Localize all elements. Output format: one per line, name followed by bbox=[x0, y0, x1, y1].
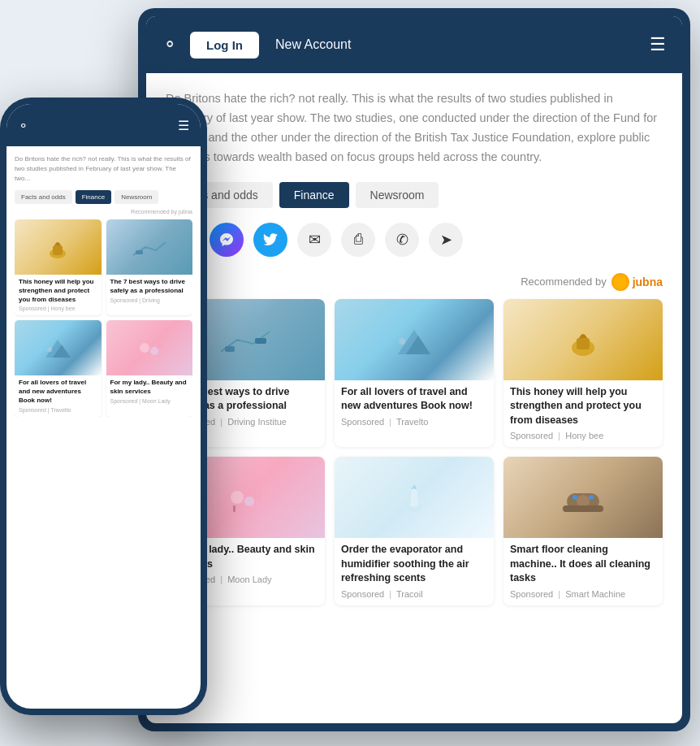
tab-finance[interactable]: Finance bbox=[279, 182, 349, 208]
phone-card-2-title: The 7 best ways to drive safely as a pro… bbox=[110, 278, 189, 296]
tablet-card-6-image bbox=[503, 457, 663, 538]
tablet-card-3[interactable]: This honey will help you strengthen and … bbox=[503, 299, 663, 448]
phone-cards-grid: This honey will help you strengthen and … bbox=[15, 219, 192, 417]
tablet-card-5-meta: Sponsored | Tracoil bbox=[341, 589, 487, 599]
phone-card-1-image bbox=[15, 219, 102, 275]
tablet-card-5-body: Order the evaporator and humidifier soot… bbox=[335, 538, 494, 605]
tablet-tabs: Facts and odds Finance Newsroom bbox=[166, 182, 663, 208]
tablet-new-account-label[interactable]: New Account bbox=[275, 37, 351, 52]
phone-device: ⚬ ☰ Do Britons hate the rich? not really… bbox=[0, 98, 207, 715]
tablet-search-icon[interactable]: ⚬ bbox=[162, 34, 177, 55]
tablet-card-3-title: This honey will help you strengthen and … bbox=[510, 385, 656, 428]
phone-tab-newsroom[interactable]: Newsroom bbox=[115, 190, 158, 204]
tablet-menu-icon[interactable]: ☰ bbox=[650, 34, 666, 55]
tablet-card-5-title: Order the evaporator and humidifier soot… bbox=[341, 543, 487, 586]
phone-card-2[interactable]: The 7 best ways to drive safely as a pro… bbox=[106, 219, 193, 315]
tablet-card-2-body: For all lovers of travel and new adventu… bbox=[335, 380, 494, 433]
svg-rect-21 bbox=[53, 245, 63, 255]
svg-rect-2 bbox=[255, 338, 266, 344]
svg-point-12 bbox=[253, 492, 261, 500]
email-share-button[interactable]: ✉ bbox=[297, 223, 331, 257]
tablet-card-3-image bbox=[503, 299, 663, 380]
svg-point-19 bbox=[589, 495, 594, 500]
svg-rect-1 bbox=[225, 346, 235, 352]
svg-point-10 bbox=[231, 491, 244, 504]
tablet-card-2-title: For all lovers of travel and new adventu… bbox=[341, 385, 487, 414]
phone-card-2-image bbox=[106, 219, 193, 275]
svg-point-11 bbox=[244, 497, 254, 506]
tablet-card-2-image bbox=[335, 299, 494, 380]
print-share-button[interactable]: ⎙ bbox=[341, 223, 375, 257]
phone-card-1-meta: Sponsored | Hony bee bbox=[19, 306, 97, 311]
tablet-card-3-meta: Sponsored | Hony bee bbox=[510, 431, 656, 440]
svg-point-25 bbox=[47, 347, 52, 352]
phone-notch bbox=[67, 98, 140, 115]
phone-screen: ⚬ ☰ Do Britons hate the rich? not really… bbox=[6, 104, 201, 709]
svg-rect-22 bbox=[136, 250, 143, 254]
tablet-recommended-row: Recommended by jubna bbox=[166, 273, 663, 291]
phone-content: Do Britons hate the rich? not really. Th… bbox=[6, 146, 201, 709]
phone-card-4-image bbox=[106, 320, 193, 375]
svg-rect-17 bbox=[563, 505, 603, 512]
phone-menu-icon[interactable]: ☰ bbox=[178, 118, 189, 133]
phone-card-1-title: This honey will help you strengthen and … bbox=[19, 278, 97, 304]
tab-newsroom[interactable]: Newsroom bbox=[356, 182, 439, 208]
tablet-card-6-title: Smart floor cleaning machine.. It does a… bbox=[510, 543, 656, 586]
tablet-card-6-body: Smart floor cleaning machine.. It does a… bbox=[503, 538, 663, 605]
jubna-sun-icon bbox=[611, 273, 629, 291]
tablet-login-button[interactable]: Log In bbox=[190, 32, 259, 59]
tablet-device: ⚬ Log In New Account ☰ Do Britons hate t… bbox=[138, 8, 690, 731]
phone-card-4-body: For my lady.. Beauty and skin services S… bbox=[106, 375, 193, 408]
messenger-share-button[interactable] bbox=[210, 223, 244, 257]
phone-card-2-meta: Sponsored | Driving bbox=[110, 297, 189, 303]
telegram-share-button[interactable]: ➤ bbox=[429, 223, 463, 257]
phone-search-icon[interactable]: ⚬ bbox=[18, 118, 28, 133]
tablet-share-row: ✉ ⎙ ✆ ➤ bbox=[166, 223, 663, 257]
jubna-text: jubna bbox=[633, 275, 663, 288]
phone-tab-facts[interactable]: Facts and odds bbox=[15, 190, 72, 204]
tablet-card-3-body: This honey will help you strengthen and … bbox=[503, 380, 663, 448]
tablet-content: Do Britons hate the rich? not really. Th… bbox=[146, 73, 682, 723]
phone-card-1[interactable]: This honey will help you strengthen and … bbox=[15, 219, 102, 315]
recommended-label: Recommended by bbox=[521, 275, 607, 288]
phone-card-4-meta: Sponsored | Moon Lady bbox=[110, 398, 189, 404]
whatsapp-share-button[interactable]: ✆ bbox=[385, 223, 419, 257]
svg-rect-13 bbox=[233, 505, 235, 512]
tablet-cards-grid: The 7 best ways to drive safely as a pro… bbox=[166, 299, 663, 605]
svg-point-28 bbox=[157, 343, 163, 349]
tablet-card-2-meta: Sponsored | Travelto bbox=[341, 417, 487, 427]
phone-tabs: Facts and odds Finance Newsroom bbox=[15, 190, 192, 204]
phone-tab-finance[interactable]: Finance bbox=[76, 190, 111, 204]
phone-card-3-image bbox=[15, 320, 102, 375]
phone-article-text: Do Britons hate the rich? not really. Th… bbox=[15, 154, 192, 184]
tablet-card-2[interactable]: For all lovers of travel and new adventu… bbox=[335, 299, 494, 448]
tablet-header: ⚬ Log In New Account ☰ bbox=[146, 16, 682, 73]
jubna-logo: jubna bbox=[611, 273, 663, 291]
phone-card-2-body: The 7 best ways to drive safely as a pro… bbox=[106, 275, 193, 307]
phone-recommended-label: Recommended by jubna bbox=[131, 209, 192, 215]
phone-card-3[interactable]: For all lovers of travel and new adventu… bbox=[15, 320, 102, 416]
svg-point-26 bbox=[140, 343, 149, 353]
phone-card-3-title: For all lovers of travel and new adventu… bbox=[19, 379, 97, 405]
tablet-article-text: Do Britons hate the rich? not really. Th… bbox=[166, 89, 663, 167]
phone-card-4-title: For my lady.. Beauty and skin services bbox=[110, 379, 189, 397]
phone-card-1-body: This honey will help you strengthen and … bbox=[15, 275, 102, 315]
tablet-card-6[interactable]: Smart floor cleaning machine.. It does a… bbox=[503, 457, 663, 605]
tablet-card-5[interactable]: Order the evaporator and humidifier soot… bbox=[335, 457, 494, 605]
svg-point-6 bbox=[399, 338, 405, 345]
twitter-share-button[interactable] bbox=[253, 223, 287, 257]
svg-point-18 bbox=[573, 495, 577, 500]
tablet-screen: ⚬ Log In New Account ☰ Do Britons hate t… bbox=[146, 16, 682, 723]
tablet-card-5-image bbox=[335, 457, 494, 538]
tablet-card-6-meta: Sponsored | Smart Machine bbox=[510, 589, 656, 599]
phone-card-3-meta: Sponsored | Travelto bbox=[19, 407, 97, 413]
svg-point-27 bbox=[150, 347, 158, 355]
phone-recommended-row: Recommended by jubna bbox=[15, 209, 192, 215]
svg-rect-9 bbox=[577, 338, 590, 349]
phone-card-4[interactable]: For my lady.. Beauty and skin services S… bbox=[106, 320, 193, 416]
phone-card-3-body: For all lovers of travel and new adventu… bbox=[15, 375, 102, 416]
